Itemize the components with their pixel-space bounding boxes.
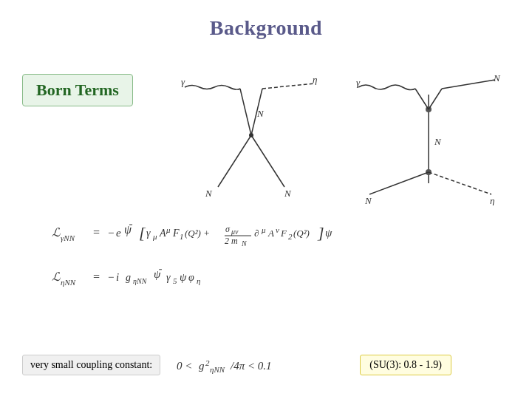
svg-text:η: η: [490, 195, 494, 205]
svg-text:ν: ν: [276, 225, 279, 234]
svg-text:σ: σ: [225, 224, 231, 234]
svg-line-6: [251, 135, 284, 187]
svg-text:ψ: ψ: [180, 271, 187, 283]
svg-text:2 m: 2 m: [225, 236, 238, 246]
svg-text:1: 1: [180, 232, 184, 241]
svg-text:ℒ: ℒ: [52, 226, 61, 239]
svg-text:ψ: ψ: [124, 223, 132, 236]
su3-range: (SU(3): 0.8 - 1.9): [360, 355, 451, 375]
footer-row: very small coupling constant: 0 < g 2 ηN…: [22, 353, 510, 377]
svg-text:[: [: [139, 223, 146, 242]
svg-text:η: η: [197, 276, 200, 285]
svg-text:(Q²) +: (Q²) +: [185, 228, 210, 239]
svg-text:ηNN: ηNN: [210, 365, 225, 374]
svg-text:μ: μ: [166, 225, 171, 234]
svg-line-19: [429, 172, 491, 194]
svg-text:γ: γ: [146, 228, 151, 239]
svg-text:ψ: ψ: [154, 268, 161, 280]
svg-line-16: [415, 89, 429, 109]
svg-line-5: [218, 135, 251, 187]
svg-text:μ: μ: [261, 225, 266, 234]
svg-line-18: [369, 172, 429, 194]
equation-1-row: ℒ γNN = − e ψ ̄ [ γ μ A μ F 1 (Q²) + σ μ…: [44, 214, 502, 250]
svg-text:N: N: [493, 72, 501, 83]
svg-text:]: ]: [317, 223, 324, 242]
equation-2-row: ℒ ηNN = − i g ηNN ψ ̄ γ 5 ψ φ η: [44, 262, 502, 290]
svg-text:ηNN: ηNN: [61, 278, 76, 287]
svg-text:A: A: [159, 228, 166, 239]
svg-text:A: A: [267, 228, 274, 239]
svg-text:−: −: [107, 227, 115, 239]
svg-text:F: F: [172, 228, 180, 239]
born-terms-label: Born Terms: [22, 74, 133, 106]
feynman-diagram-1: N N N γ η: [177, 72, 325, 205]
svg-line-2: [240, 89, 251, 135]
svg-text:μ: μ: [152, 232, 157, 241]
svg-text:5: 5: [173, 276, 177, 285]
feynman-diagram-2: N γ N N η: [355, 72, 502, 205]
svg-text:=: =: [92, 270, 100, 283]
svg-text:γ: γ: [166, 272, 171, 283]
svg-text:N: N: [284, 188, 292, 199]
svg-text:=: =: [92, 226, 100, 239]
svg-text:μν: μν: [231, 228, 239, 236]
svg-text:γ: γ: [181, 76, 185, 87]
svg-text:ℒ: ℒ: [52, 270, 61, 283]
svg-text:η: η: [313, 74, 317, 85]
svg-text:g: g: [199, 360, 205, 372]
svg-text:γNN: γNN: [61, 233, 75, 242]
svg-text:2: 2: [288, 232, 293, 241]
page-title: Background: [0, 0, 532, 40]
equation-1-svg: ℒ γNN = − e ψ ̄ [ γ μ A μ F 1 (Q²) + σ μ…: [44, 214, 473, 250]
svg-text:ψ: ψ: [325, 227, 332, 239]
svg-text:N: N: [364, 195, 372, 205]
svg-text:φ: φ: [188, 272, 194, 283]
svg-text:e: e: [116, 227, 121, 239]
equations-area: ℒ γNN = − e ψ ̄ [ γ μ A μ F 1 (Q²) + σ μ…: [44, 214, 502, 301]
svg-line-17: [429, 89, 442, 109]
svg-text:N: N: [256, 108, 265, 119]
diagrams-area: N N N γ η N γ N N η: [163, 65, 517, 213]
svg-text:F: F: [280, 228, 287, 239]
coupling-label: very small coupling constant:: [22, 355, 160, 375]
svg-text:g: g: [126, 272, 131, 283]
svg-text:(Q²): (Q²): [293, 228, 310, 239]
svg-text:γ: γ: [356, 77, 361, 88]
svg-text:0 <: 0 <: [177, 360, 192, 372]
svg-line-11: [442, 80, 495, 89]
svg-text:−: −: [107, 271, 115, 283]
svg-text:N: N: [241, 239, 248, 248]
coupling-formula-svg: 0 < g 2 ηNN /4π < 0.1: [175, 353, 345, 377]
svg-text:ηNN: ηNN: [133, 277, 148, 285]
equation-2-svg: ℒ ηNN = − i g ηNN ψ ̄ γ 5 ψ φ η: [44, 262, 355, 290]
svg-text:i: i: [116, 271, 119, 283]
svg-text:/4π < 0.1: /4π < 0.1: [230, 360, 272, 372]
svg-line-0: [262, 83, 314, 89]
svg-text:N: N: [205, 188, 213, 199]
svg-text:N: N: [434, 136, 442, 147]
svg-text:∂: ∂: [254, 228, 259, 239]
